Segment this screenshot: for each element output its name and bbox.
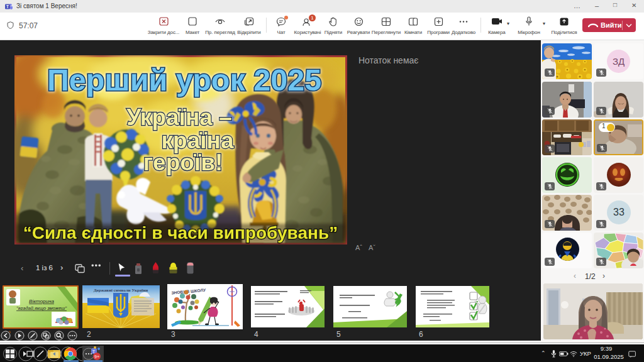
svg-text:ЗНОВУ В ШКОЛУ: ЗНОВУ В ШКОЛУ xyxy=(171,288,206,295)
svg-text:“Сила єдності в часи випробува: “Сила єдності в часи випробувань” xyxy=(23,223,338,243)
svg-text:Перший урок 2025: Перший урок 2025 xyxy=(47,63,321,97)
svg-text:героїв!: героїв! xyxy=(143,150,223,175)
svg-text:Україна –: Україна – xyxy=(126,104,232,130)
svg-text:Вікторина: Вікторина xyxy=(29,299,54,304)
svg-text:9+: 9+ xyxy=(94,354,99,359)
svg-text:"вгадай,якщо зможеш": "вгадай,якщо зможеш" xyxy=(16,305,67,311)
svg-text:T: T xyxy=(6,4,9,9)
svg-text:Державні символи України: Державні символи України xyxy=(94,288,148,293)
